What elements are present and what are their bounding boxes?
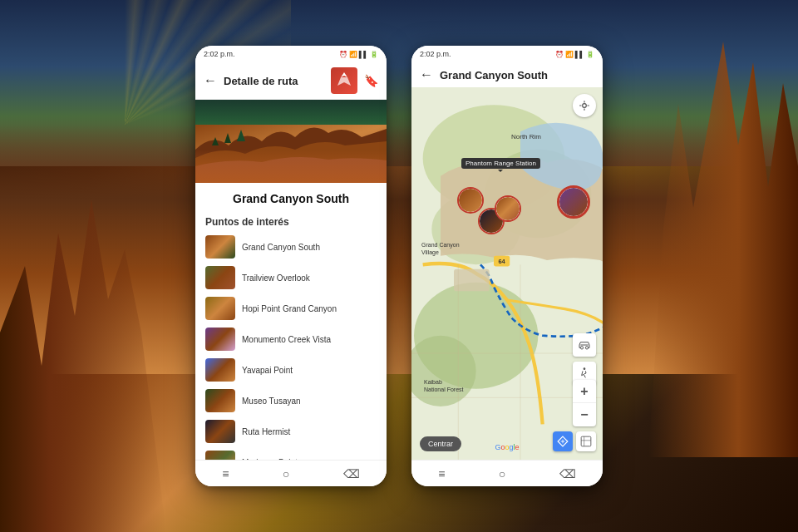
home-icon-left[interactable]: ○ xyxy=(283,467,289,480)
list-item[interactable]: Trailview Overlook xyxy=(205,264,377,292)
svg-point-23 xyxy=(580,347,583,349)
back-button-left[interactable]: ← xyxy=(204,73,217,88)
poi-thumb-5 xyxy=(205,358,235,382)
back-nav-icon-left[interactable]: ⌫ xyxy=(343,467,360,480)
poi-thumb-3 xyxy=(205,297,235,320)
signal-icon-r: ▌▌ xyxy=(575,51,584,58)
poi-name-6: Museo Tusayan xyxy=(242,397,301,406)
hero-image xyxy=(195,100,387,183)
map-view[interactable]: 64 North Rim Grand CanyonVillage KaibabN… xyxy=(411,87,603,460)
route-title-section: Grand Canyon South xyxy=(195,183,387,211)
signal-icon: ▌▌ xyxy=(359,51,368,58)
poi-thumb-2 xyxy=(205,266,235,289)
zoom-in-button[interactable]: + xyxy=(573,380,596,403)
svg-point-18 xyxy=(583,104,587,108)
list-item[interactable]: Maricopa Point xyxy=(205,448,377,460)
poi-thumb-1 xyxy=(205,235,235,259)
poi-thumb-7 xyxy=(205,420,235,443)
poi-thumb-8 xyxy=(205,451,235,460)
wifi-icon: 📶 xyxy=(349,51,357,58)
wifi-icon-r: 📶 xyxy=(565,51,574,58)
poi-section: Puntos de interés Grand Canyon South Tra… xyxy=(195,211,387,460)
locate-button[interactable] xyxy=(573,94,596,117)
poi-list: Grand Canyon South Trailview Overlook Ho… xyxy=(205,233,377,460)
map-marker-4[interactable] xyxy=(557,185,590,219)
app-header-left: ← Detalle de ruta 🔖 xyxy=(195,62,387,100)
center-button[interactable]: Centrar xyxy=(420,436,461,451)
poi-name-4: Monumento Creek Vista xyxy=(242,335,331,344)
map-marker-3[interactable] xyxy=(495,195,521,222)
poi-heading: Puntos de interés xyxy=(205,216,377,228)
list-item[interactable]: Grand Canyon South xyxy=(205,233,377,261)
map-controls xyxy=(573,333,596,385)
battery-icon: 🔋 xyxy=(370,51,378,58)
home-icon-right[interactable]: ○ xyxy=(499,467,505,480)
map-header: ← Grand Canyon South xyxy=(411,62,603,87)
zoom-controls: + − xyxy=(573,380,596,426)
phone-right: 2:02 p.m. ⏰ 📶 ▌▌ 🔋 ← Grand Canyon South xyxy=(411,46,603,486)
poi-thumb-6 xyxy=(205,389,235,412)
status-bar-left: 2:02 p.m. ⏰ 📶 ▌▌ 🔋 xyxy=(195,46,387,62)
status-icons-right: ⏰ 📶 ▌▌ 🔋 xyxy=(555,51,594,58)
list-item[interactable]: Monumento Creek Vista xyxy=(205,325,377,353)
svg-rect-1 xyxy=(195,125,387,183)
zoom-out-button[interactable]: − xyxy=(573,403,596,426)
map-marker-1[interactable] xyxy=(457,187,484,214)
time-left: 2:02 p.m. xyxy=(204,50,235,58)
back-nav-icon-right[interactable]: ⌫ xyxy=(559,467,576,480)
menu-icon-left[interactable]: ≡ xyxy=(222,467,229,480)
list-item[interactable]: Museo Tusayan xyxy=(205,387,377,415)
poi-name-3: Hopi Point Grand Canyon xyxy=(242,304,337,313)
poi-name-7: Ruta Hermist xyxy=(242,427,290,436)
status-bar-right: 2:02 p.m. ⏰ 📶 ▌▌ 🔋 xyxy=(411,46,603,62)
svg-text:64: 64 xyxy=(498,258,505,265)
poi-name-5: Yavapai Point xyxy=(242,366,293,375)
header-title-left: Detalle de ruta xyxy=(224,75,324,87)
svg-point-25 xyxy=(584,367,586,370)
nav-bar-right: ≡ ○ ⌫ xyxy=(411,460,603,486)
menu-icon-right[interactable]: ≡ xyxy=(438,467,445,480)
forest-label: KaibabNational Forest xyxy=(424,378,463,393)
poi-name-2: Trailview Overlook xyxy=(242,273,310,283)
battery-icon-r: 🔋 xyxy=(586,51,594,58)
phones-container: 2:02 p.m. ⏰ 📶 ▌▌ 🔋 ← Detalle de ruta 🔖 xyxy=(0,0,798,532)
phone-left: 2:02 p.m. ⏰ 📶 ▌▌ 🔋 ← Detalle de ruta 🔖 xyxy=(195,46,387,486)
svg-rect-11 xyxy=(454,269,490,292)
map-callout: Phantom Range Station xyxy=(461,158,540,169)
header-title-right: Grand Canyon South xyxy=(440,69,594,81)
list-item[interactable]: Yavapai Point xyxy=(205,356,377,384)
alarm-icon: ⏰ xyxy=(339,51,347,58)
nav-bar-left: ≡ ○ ⌫ xyxy=(195,460,387,486)
list-item[interactable]: Hopi Point Grand Canyon xyxy=(205,294,377,323)
map-type-controls xyxy=(553,431,596,451)
google-logo: Google xyxy=(495,443,519,451)
route-title: Grand Canyon South xyxy=(233,192,349,205)
map-type-icon[interactable] xyxy=(576,431,596,451)
status-icons-left: ⏰ 📶 ▌▌ 🔋 xyxy=(339,51,378,58)
directions-icon[interactable] xyxy=(553,431,573,451)
north-rim-label: North Rim xyxy=(511,133,541,140)
list-item[interactable]: Ruta Hermist xyxy=(205,417,377,446)
poi-thumb-4 xyxy=(205,328,235,351)
svg-rect-27 xyxy=(581,436,591,446)
app-logo xyxy=(331,67,357,94)
svg-point-24 xyxy=(585,347,588,349)
bookmark-icon[interactable]: 🔖 xyxy=(364,74,378,87)
village-label: Grand CanyonVillage xyxy=(421,241,460,256)
alarm-icon-r: ⏰ xyxy=(555,51,564,58)
car-mode-button[interactable] xyxy=(573,333,596,357)
back-button-right[interactable]: ← xyxy=(420,67,433,82)
poi-name-1: Grand Canyon South xyxy=(242,243,320,252)
time-right: 2:02 p.m. xyxy=(420,50,451,58)
